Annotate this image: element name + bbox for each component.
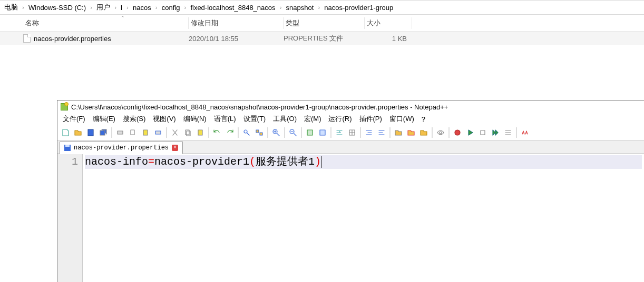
menu-settings[interactable]: 设置(T) — [240, 113, 269, 125]
chevron-right-icon[interactable]: › — [182, 5, 188, 11]
breadcrumb-item[interactable]: Windows-SSD (C:) — [26, 1, 88, 14]
menu-language[interactable]: 语言(L) — [211, 113, 239, 125]
code-area[interactable]: nacos-info=nacos-provider1(服务提供者1) — [83, 154, 644, 282]
redo-icon[interactable] — [224, 127, 236, 138]
replace-icon[interactable] — [253, 127, 265, 138]
toolbar-separator — [389, 127, 391, 138]
column-header-name[interactable]: 名称 ⌃ — [23, 17, 189, 29]
indent-icon[interactable] — [363, 127, 375, 138]
fold-icon[interactable] — [393, 127, 404, 138]
column-header-size[interactable]: 大小 — [365, 17, 412, 29]
toolbar — [57, 125, 644, 140]
file-size: 1 KB — [365, 35, 412, 43]
menu-edit[interactable]: 编辑(E) — [90, 113, 119, 125]
chevron-right-icon[interactable]: › — [153, 5, 160, 11]
toolbar-separator — [516, 127, 517, 138]
code-editor[interactable]: 1 nacos-info=nacos-provider1(服务提供者1) — [57, 154, 644, 282]
chevron-right-icon[interactable]: › — [20, 5, 26, 11]
file-date: 2020/10/1 18:55 — [189, 35, 284, 43]
toolbar-separator — [301, 127, 302, 138]
chevron-right-icon[interactable]: › — [112, 5, 119, 11]
column-header-type[interactable]: 类型 — [284, 17, 365, 29]
menu-search[interactable]: 搜索(S) — [120, 113, 149, 125]
tab-bar: nacos-provider.properties × — [57, 140, 644, 154]
menu-tools[interactable]: 工具(O) — [270, 113, 300, 125]
copy2-icon[interactable] — [182, 127, 193, 138]
toolbar-separator — [284, 127, 285, 138]
menu-help[interactable]: ? — [418, 114, 428, 124]
save-icon — [64, 145, 71, 151]
outdent-icon[interactable] — [376, 127, 387, 138]
menu-macro[interactable]: 宏(M) — [301, 113, 325, 125]
file-icon — [23, 34, 31, 43]
toolbar-separator — [111, 127, 112, 138]
copy-icon[interactable] — [127, 127, 139, 138]
menu-bar: 文件(F) 编辑(E) 搜索(S) 视图(V) 编码(N) 语言(L) 设置(T… — [57, 113, 644, 125]
toolbar-separator — [432, 127, 433, 138]
breadcrumb-item[interactable]: l — [119, 1, 124, 14]
fast-icon[interactable] — [490, 127, 501, 138]
breadcrumb-item[interactable]: 电脑 — [2, 1, 20, 14]
window-title-bar[interactable]: C:\Users\l\nacos\config\fixed-localhost_… — [57, 100, 644, 113]
menu-view[interactable]: 视图(V) — [150, 113, 179, 125]
breadcrumb-item[interactable]: snapshot — [284, 1, 316, 14]
toolbar-separator — [166, 127, 167, 138]
zoom-in-icon[interactable] — [270, 127, 282, 138]
new-file-icon[interactable] — [60, 127, 71, 138]
toolbar-separator — [238, 127, 239, 138]
sync-icon[interactable] — [304, 127, 316, 138]
folder-icon[interactable] — [418, 127, 430, 138]
sync2-icon[interactable] — [317, 127, 328, 138]
menu-run[interactable]: 运行(R) — [325, 113, 355, 125]
menu-window[interactable]: 窗口(W) — [386, 113, 417, 125]
menu-plugins[interactable]: 插件(P) — [356, 113, 385, 125]
explorer-column-headers: 名称 ⌃ 修改日期 类型 大小 — [0, 15, 644, 32]
chevron-right-icon[interactable]: › — [278, 5, 284, 11]
zoom-out-icon[interactable] — [287, 127, 299, 138]
toolbar-separator — [208, 127, 209, 138]
record-icon[interactable] — [452, 127, 463, 138]
save-all-icon[interactable] — [97, 127, 109, 138]
find-icon[interactable] — [241, 127, 252, 138]
column-header-date[interactable]: 修改日期 — [189, 17, 284, 29]
toolbar-separator — [330, 127, 331, 138]
unfold-icon[interactable] — [405, 127, 417, 138]
print-icon[interactable] — [114, 127, 126, 138]
paste-icon[interactable] — [140, 127, 151, 138]
code-line[interactable]: nacos-info=nacos-provider1(服务提供者1) — [85, 155, 642, 169]
toolbar-separator — [448, 127, 450, 138]
wrap-icon[interactable] — [334, 127, 345, 138]
file-row[interactable]: nacos-provider.properties 2020/10/1 18:5… — [0, 32, 644, 45]
menu-encoding[interactable]: 编码(N) — [180, 113, 210, 125]
explorer-breadcrumb: 电脑› Windows-SSD (C:)› 用户› l› nacos› conf… — [0, 0, 644, 15]
undo-icon[interactable] — [211, 127, 223, 138]
play-icon[interactable] — [464, 127, 476, 138]
chevron-right-icon[interactable]: › — [124, 5, 131, 11]
tab-label: nacos-provider.properties — [74, 144, 169, 152]
print2-icon[interactable] — [152, 127, 164, 138]
save-icon[interactable] — [85, 127, 96, 138]
show-all-icon[interactable] — [346, 127, 358, 138]
eye-icon[interactable] — [435, 127, 446, 138]
menu-file[interactable]: 文件(F) — [60, 113, 89, 125]
window-title: C:\Users\l\nacos\config\fixed-localhost_… — [71, 103, 448, 111]
line-number-gutter: 1 — [57, 154, 83, 282]
text-cursor — [321, 156, 321, 168]
chevron-right-icon[interactable]: › — [316, 5, 322, 11]
paste2-icon[interactable] — [194, 127, 206, 138]
open-file-icon[interactable] — [72, 127, 84, 138]
line-number: 1 — [57, 155, 78, 169]
breadcrumb-item[interactable]: fixed-localhost_8848_nacos — [188, 1, 277, 14]
editor-tab[interactable]: nacos-provider.properties × — [60, 142, 183, 154]
cut-icon[interactable] — [169, 127, 181, 138]
list-icon[interactable] — [502, 127, 514, 138]
spellcheck-icon[interactable] — [519, 127, 531, 138]
breadcrumb-item[interactable]: nacos-provider1-group — [322, 1, 395, 14]
chevron-right-icon[interactable]: › — [88, 5, 94, 11]
close-tab-icon[interactable]: × — [172, 145, 178, 151]
breadcrumb-item[interactable]: 用户 — [94, 1, 112, 14]
breadcrumb-item[interactable]: nacos — [131, 1, 153, 14]
file-name: nacos-provider.properties — [34, 35, 111, 43]
breadcrumb-item[interactable]: config — [160, 1, 182, 14]
stop-icon[interactable] — [477, 127, 489, 138]
